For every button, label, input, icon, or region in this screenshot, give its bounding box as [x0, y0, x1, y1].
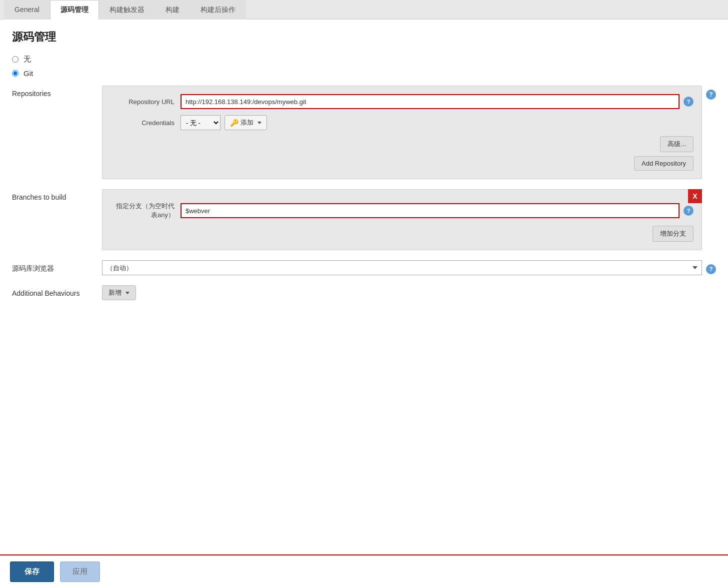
page-title: 源码管理: [12, 30, 716, 45]
add-dropdown-icon: [258, 122, 262, 124]
radio-git-label[interactable]: Git: [24, 69, 33, 78]
branches-panel: X 指定分支（为空时代表any） ? 增加分支: [102, 189, 702, 250]
add-behaviour-dropdown-icon: [126, 292, 130, 294]
credentials-row: Credentials - 无 - 🔑 添加: [110, 115, 694, 130]
repo-url-label: Repository URL: [110, 98, 180, 106]
add-repository-button[interactable]: Add Repository: [634, 156, 694, 171]
advanced-button[interactable]: 高级...: [660, 136, 694, 152]
tab-source[interactable]: 源码管理: [50, 0, 99, 20]
repositories-section: Repositories Repository URL ? Credential…: [12, 86, 716, 179]
repo-url-input[interactable]: [180, 94, 680, 109]
source-browser-help-icon[interactable]: ?: [706, 264, 716, 274]
save-button[interactable]: 保存: [10, 561, 54, 582]
tab-post-build[interactable]: 构建后操作: [190, 0, 246, 20]
add-repository-btn-row: Add Repository: [110, 156, 694, 171]
add-credentials-button[interactable]: 🔑 添加: [224, 115, 267, 130]
branch-specifier-label: 指定分支（为空时代表any）: [110, 202, 180, 220]
repo-url-row: Repository URL ?: [110, 94, 694, 109]
bottom-action-bar: 保存 应用: [0, 554, 728, 588]
add-credentials-label: 添加: [240, 118, 254, 127]
add-branch-btn-row: 增加分支: [110, 226, 694, 242]
radio-none-item: 无: [12, 55, 716, 64]
tab-general[interactable]: General: [4, 0, 50, 20]
repositories-label: Repositories: [12, 86, 102, 98]
credentials-select[interactable]: - 无 -: [180, 115, 220, 130]
main-content: 源码管理 无 Git Repositories Repository URL: [0, 20, 728, 570]
tab-build[interactable]: 构建: [155, 0, 190, 20]
add-behaviour-button[interactable]: 新增: [102, 285, 136, 300]
remove-branch-button[interactable]: X: [688, 189, 702, 203]
branch-specifier-help-icon[interactable]: ?: [684, 206, 694, 216]
branches-label: Branches to build: [12, 189, 102, 201]
credentials-controls: - 无 - 🔑 添加: [180, 115, 267, 130]
key-icon: 🔑: [230, 119, 238, 127]
radio-none[interactable]: [12, 56, 18, 63]
source-browser-label: 源码库浏览器: [12, 260, 102, 273]
advanced-btn-row: 高级...: [110, 136, 694, 152]
add-branch-button[interactable]: 增加分支: [652, 226, 694, 242]
branches-section: Branches to build X 指定分支（为空时代表any） ? 增加分…: [12, 189, 716, 250]
scm-radio-group: 无 Git: [12, 55, 716, 78]
branch-specifier-row: 指定分支（为空时代表any） ?: [110, 202, 694, 220]
source-browser-select[interactable]: （自动）: [102, 260, 702, 275]
additional-behaviours-label: Additional Behaviours: [12, 285, 102, 297]
repo-url-help-icon[interactable]: ?: [684, 97, 694, 107]
radio-git-item: Git: [12, 69, 716, 78]
add-behaviour-label: 新增: [108, 288, 122, 297]
source-browser-section: 源码库浏览器 （自动） ?: [12, 260, 716, 275]
tab-bar: General 源码管理 构建触发器 构建 构建后操作: [0, 0, 728, 20]
additional-behaviours-section: Additional Behaviours 新增: [12, 285, 716, 300]
branch-specifier-input[interactable]: [180, 203, 680, 218]
repositories-help-icon[interactable]: ?: [706, 90, 716, 100]
apply-button[interactable]: 应用: [60, 561, 100, 582]
tab-triggers[interactable]: 构建触发器: [99, 0, 155, 20]
credentials-label: Credentials: [110, 119, 180, 127]
repositories-panel: Repository URL ? Credentials - 无 - 🔑: [102, 86, 702, 179]
radio-git[interactable]: [12, 70, 18, 77]
radio-none-label[interactable]: 无: [24, 55, 31, 64]
